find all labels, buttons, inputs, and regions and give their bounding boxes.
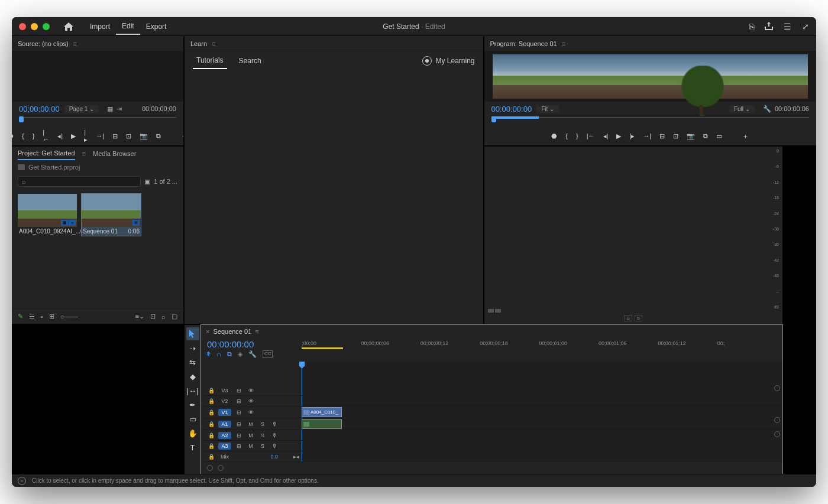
source-scrubber[interactable] — [19, 117, 176, 126]
program-lift-icon[interactable]: ⊟ — [659, 132, 665, 140]
learn-tab-tutorials[interactable]: Tutorials — [193, 53, 227, 69]
minimize-window-button[interactable] — [31, 23, 38, 30]
track-v3[interactable] — [302, 385, 782, 396]
timeline-link-icon[interactable]: ⧉ — [227, 350, 232, 358]
timeline-settings-icon[interactable]: 🔧 — [248, 350, 257, 358]
voice-icon[interactable]: 🎙 — [270, 433, 279, 438]
mix-expand-icon[interactable]: ▸◂ — [293, 454, 299, 460]
lock-icon[interactable]: 🔒 — [208, 388, 215, 394]
project-bin-grid[interactable]: ▦≡ A004_C010_0924AI_...0:06 ⊞ Sequence 0… — [12, 189, 183, 308]
source-step-back-icon[interactable]: ◂| — [57, 132, 63, 140]
bin-item-sequence[interactable]: ⊞ Sequence 010:06 — [82, 194, 141, 236]
workspace-tab-export[interactable]: Export — [140, 19, 173, 34]
program-goto-in-icon[interactable]: |← — [587, 132, 595, 139]
program-settings-icon[interactable]: 🔧 — [763, 105, 771, 113]
bin-item-clip[interactable]: ▦≡ A004_C010_0924AI_...0:06 — [18, 194, 77, 236]
eye-icon[interactable]: 👁 — [247, 388, 255, 394]
track-mix[interactable] — [302, 451, 782, 462]
timeline-hzoom-handle[interactable] — [218, 465, 224, 471]
source-goto-out-icon[interactable]: →| — [96, 132, 104, 139]
program-scrubber[interactable] — [491, 117, 810, 126]
source-step-fwd-icon[interactable]: |▸ — [84, 129, 88, 144]
source-view-icon-1[interactable]: ▦ — [107, 105, 113, 113]
close-window-button[interactable] — [19, 23, 26, 30]
lock-icon[interactable]: 🔒 — [208, 421, 215, 427]
source-view-icon-2[interactable]: ⇥ — [117, 105, 122, 113]
project-zoom-slider[interactable]: ○─── — [60, 313, 78, 320]
home-icon[interactable] — [64, 22, 73, 31]
program-extract-icon[interactable]: ⊡ — [673, 132, 678, 140]
lock-icon[interactable]: 🔒 — [208, 433, 215, 438]
timeline-tracks[interactable]: A004_C010_ — [302, 362, 782, 462]
track-target-v1[interactable]: V1 — [218, 409, 231, 416]
source-add-button-icon[interactable]: ＋ — [181, 132, 183, 141]
workspace-tab-import[interactable]: Import — [84, 19, 116, 34]
workspace-menu-icon[interactable]: ☰ — [784, 22, 791, 31]
timeline-work-area[interactable] — [302, 347, 343, 349]
meter-solo-l[interactable]: S — [624, 315, 632, 321]
track-a3[interactable] — [302, 441, 782, 451]
eye-icon[interactable]: 👁 — [247, 409, 255, 415]
track-target-a1[interactable]: A1 — [218, 421, 231, 428]
project-find-icon[interactable]: ⌕ — [161, 313, 166, 320]
project-panel-menu-icon[interactable]: ≡ — [82, 150, 86, 157]
sync-lock-icon[interactable]: ⊟ — [235, 388, 243, 394]
mix-value[interactable]: 0.0 — [270, 454, 278, 460]
track-v1[interactable]: A004_C010_ — [302, 407, 782, 418]
tool-razor[interactable]: ◆ — [186, 370, 199, 383]
sync-lock-icon[interactable]: ⊟ — [235, 433, 243, 438]
program-marker-icon[interactable]: ⬣ — [551, 132, 557, 140]
project-filter-icon[interactable]: ▣ — [144, 178, 150, 186]
source-panel-menu-icon[interactable]: ≡ — [73, 40, 77, 47]
program-out-icon[interactable]: } — [576, 132, 578, 139]
timeline-panel-menu-icon[interactable]: ≡ — [255, 328, 258, 335]
timeline-tab-sequence[interactable]: Sequence 01 — [213, 328, 251, 335]
lock-icon[interactable]: 🔒 — [208, 454, 215, 460]
source-goto-in-icon[interactable]: |← — [43, 129, 49, 143]
lock-icon[interactable]: 🔒 — [208, 443, 215, 449]
tool-pen[interactable]: ✒ — [186, 398, 199, 411]
tool-selection[interactable] — [186, 327, 199, 340]
source-page-select[interactable]: Page 1 ⌄ — [64, 105, 99, 113]
share-icon[interactable] — [765, 22, 773, 31]
program-quality-select[interactable]: Full ⌄ — [729, 105, 755, 113]
track-target-v3[interactable]: V3 — [218, 387, 231, 394]
source-insert-icon[interactable]: ⊟ — [112, 132, 118, 140]
source-monitor-view[interactable] — [12, 51, 183, 102]
timeline-vzoom-1[interactable] — [774, 417, 780, 423]
mute-icon[interactable]: M — [247, 433, 255, 438]
timeline-tab-close-icon[interactable]: × — [206, 328, 209, 335]
timeline-vzoom-2[interactable] — [774, 431, 780, 437]
project-automate-icon[interactable]: ⊡ — [150, 313, 156, 320]
creative-cloud-icon[interactable]: ∞ — [18, 477, 26, 485]
source-out-icon[interactable]: } — [33, 132, 35, 139]
source-tc-in[interactable]: 00;00;00;00 — [19, 105, 60, 113]
timeline-clip-video[interactable]: A004_C010_ — [302, 407, 342, 417]
timeline-clip-audio[interactable] — [302, 419, 342, 429]
timeline-hzoom-out[interactable] — [207, 465, 213, 471]
maximize-window-button[interactable] — [43, 23, 50, 30]
program-tc-in[interactable]: 00:00:00:00 — [491, 105, 532, 113]
quick-export-icon[interactable]: ⎘ — [749, 22, 754, 31]
voice-icon[interactable]: 🎙 — [270, 421, 279, 427]
tool-type[interactable]: T — [186, 441, 199, 454]
project-list-view-icon[interactable]: ☰ — [29, 313, 35, 320]
timeline-timecode[interactable]: 00:00:00:00 — [207, 339, 296, 349]
program-in-icon[interactable]: { — [565, 132, 568, 139]
track-a2[interactable] — [302, 430, 782, 441]
solo-icon[interactable]: S — [258, 433, 267, 438]
project-tab-project[interactable]: Project: Get Started — [18, 147, 75, 160]
timeline-ruler[interactable]: ;00;0000;00;00;0600;00;00;1200;00;00;180… — [302, 338, 782, 362]
program-compare-icon[interactable]: ⧉ — [703, 132, 708, 140]
source-overwrite-icon[interactable]: ⊡ — [126, 132, 131, 140]
source-play-icon[interactable]: ▶ — [71, 132, 76, 140]
solo-icon[interactable]: S — [258, 443, 267, 449]
project-writable-icon[interactable]: ✎ — [18, 313, 23, 320]
project-new-bin-icon[interactable]: ▢ — [172, 313, 177, 320]
meter-solo-r[interactable]: S — [635, 315, 642, 321]
source-in-icon[interactable]: { — [22, 132, 24, 139]
fullscreen-icon[interactable]: ⤢ — [802, 22, 809, 31]
program-safe-margins-icon[interactable]: ▭ — [716, 132, 722, 140]
mute-icon[interactable]: M — [247, 421, 255, 427]
sync-lock-icon[interactable]: ⊟ — [235, 443, 243, 449]
